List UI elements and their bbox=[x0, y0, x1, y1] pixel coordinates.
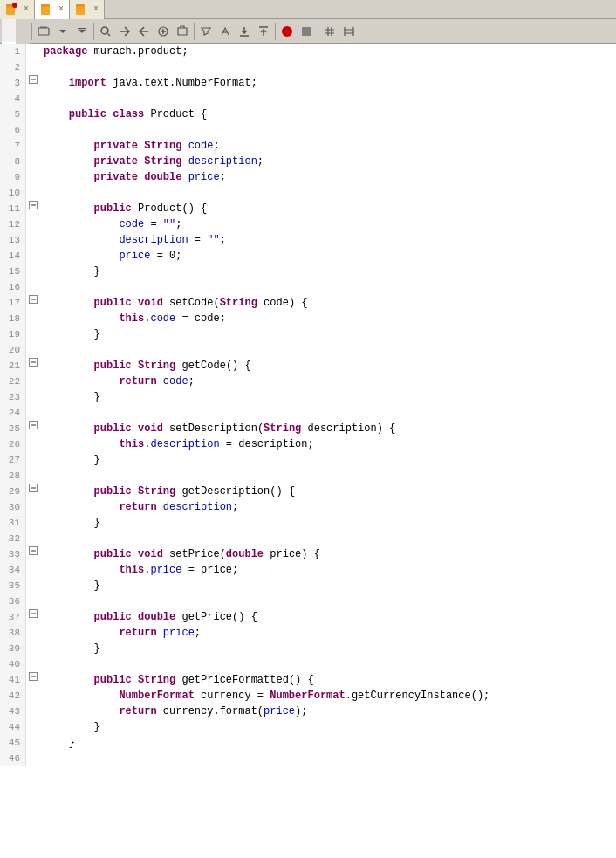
code-content: } bbox=[40, 735, 75, 751]
line-number: 25 bbox=[0, 421, 26, 436]
code-line: 33 public void setPrice(double price) { bbox=[0, 546, 616, 562]
code-line: 18 this.code = code; bbox=[0, 311, 616, 326]
code-content bbox=[40, 656, 50, 672]
tab-product-close[interactable]: × bbox=[58, 4, 64, 14]
fold-marker[interactable] bbox=[26, 672, 40, 681]
code-line: 9 private double price; bbox=[0, 169, 616, 185]
svg-rect-13 bbox=[302, 27, 311, 36]
tab-lineitem[interactable]: × bbox=[70, 0, 105, 19]
fold-marker[interactable] bbox=[26, 609, 40, 618]
line-number: 31 bbox=[0, 515, 26, 531]
code-content: description = ""; bbox=[40, 232, 226, 248]
line-number: 34 bbox=[0, 562, 26, 578]
code-line: 8 private String description; bbox=[0, 154, 616, 169]
toolbar-history-tab[interactable] bbox=[16, 19, 30, 44]
code-line: 27 } bbox=[0, 452, 616, 468]
code-line: 43 return currency.format(price); bbox=[0, 704, 616, 719]
code-content: package murach.product; bbox=[40, 44, 188, 59]
toolbar-source-tab[interactable] bbox=[2, 19, 16, 44]
toolbar-btn-4[interactable] bbox=[115, 22, 134, 41]
line-number: 11 bbox=[0, 201, 26, 216]
line-number: 8 bbox=[0, 154, 26, 169]
toolbar-btn-3[interactable] bbox=[72, 22, 92, 41]
toolbar-sep-5 bbox=[318, 23, 318, 40]
tab-lineitem-close[interactable]: × bbox=[93, 4, 99, 14]
code-content: this.code = code; bbox=[40, 311, 226, 326]
code-line: 14 price = 0; bbox=[0, 248, 616, 264]
code-line: 21 public String getCode() { bbox=[0, 358, 616, 374]
toolbar-btn-5[interactable] bbox=[134, 22, 154, 41]
code-content: } bbox=[40, 452, 100, 468]
code-content: } bbox=[40, 389, 100, 405]
line-number: 42 bbox=[0, 688, 26, 704]
code-content: public void setDescription(String descri… bbox=[40, 421, 395, 436]
tab-equalstest-close[interactable]: × bbox=[24, 4, 29, 14]
line-number: 26 bbox=[0, 436, 26, 452]
tab-product[interactable]: × bbox=[35, 0, 70, 19]
line-number: 5 bbox=[0, 106, 26, 122]
code-editor[interactable]: 1package murach.product;2 3 import java.… bbox=[0, 44, 616, 858]
toolbar-btn-stop[interactable] bbox=[297, 22, 316, 41]
code-line: 17 public void setCode(String code) { bbox=[0, 295, 616, 311]
code-content bbox=[40, 122, 50, 138]
tab-equalstest[interactable]: × bbox=[0, 0, 35, 19]
toolbar bbox=[0, 19, 616, 44]
toolbar-btn-2[interactable] bbox=[53, 22, 72, 41]
toolbar-btn-1[interactable] bbox=[34, 22, 53, 41]
toolbar-btn-run[interactable] bbox=[277, 22, 297, 41]
line-number: 45 bbox=[0, 735, 26, 751]
toolbar-sep-2 bbox=[93, 23, 94, 40]
svg-rect-6 bbox=[76, 4, 85, 7]
code-content bbox=[40, 342, 50, 358]
toolbar-btn-8[interactable] bbox=[196, 22, 216, 41]
toolbar-btn-12[interactable] bbox=[320, 22, 339, 41]
toolbar-sep-3 bbox=[194, 23, 195, 40]
toolbar-btn-13[interactable] bbox=[339, 22, 359, 41]
line-number: 40 bbox=[0, 656, 26, 672]
code-line: 31 } bbox=[0, 515, 616, 531]
code-content: price = 0; bbox=[40, 248, 181, 264]
toolbar-btn-7[interactable] bbox=[173, 22, 192, 41]
toolbar-btn-search[interactable] bbox=[96, 22, 115, 41]
code-line: 29 public String getDescription() { bbox=[0, 484, 616, 499]
code-content: public void setPrice(double price) { bbox=[40, 546, 320, 562]
code-line: 15 } bbox=[0, 264, 616, 279]
line-number: 2 bbox=[0, 59, 26, 75]
svg-rect-4 bbox=[41, 4, 50, 7]
fold-marker[interactable] bbox=[26, 421, 40, 429]
toolbar-btn-6[interactable] bbox=[154, 22, 173, 41]
code-line: 39 } bbox=[0, 641, 616, 656]
line-number: 39 bbox=[0, 641, 26, 656]
code-content: private String code; bbox=[40, 138, 220, 154]
line-number: 16 bbox=[0, 279, 26, 295]
code-content: NumberFormat currency = NumberFormat.get… bbox=[40, 688, 489, 704]
code-content: public String getPriceFormatted() { bbox=[40, 672, 314, 688]
line-number: 13 bbox=[0, 232, 26, 248]
java-product-icon bbox=[40, 3, 52, 16]
fold-marker[interactable] bbox=[26, 75, 40, 84]
java-file-icon bbox=[5, 3, 17, 16]
svg-rect-8 bbox=[78, 28, 86, 29]
fold-marker[interactable] bbox=[26, 484, 40, 492]
code-content: return description; bbox=[40, 499, 238, 515]
toolbar-btn-11[interactable] bbox=[254, 22, 273, 41]
code-content: return code; bbox=[40, 374, 195, 389]
code-content: public void setCode(String code) { bbox=[40, 295, 308, 311]
fold-marker[interactable] bbox=[26, 201, 40, 209]
line-number: 27 bbox=[0, 452, 26, 468]
code-content bbox=[40, 405, 50, 421]
code-content: private String description; bbox=[40, 154, 264, 169]
toolbar-btn-10[interactable] bbox=[235, 22, 254, 41]
fold-marker[interactable] bbox=[26, 295, 40, 304]
line-number: 4 bbox=[0, 91, 26, 106]
code-line: 32 bbox=[0, 531, 616, 546]
code-content: public String getCode() { bbox=[40, 358, 251, 374]
fold-marker[interactable] bbox=[26, 358, 40, 367]
code-line: 30 return description; bbox=[0, 499, 616, 515]
line-number: 20 bbox=[0, 342, 26, 358]
code-content: this.price = price; bbox=[40, 562, 238, 578]
line-number: 22 bbox=[0, 374, 26, 389]
toolbar-btn-9[interactable] bbox=[216, 22, 235, 41]
line-number: 32 bbox=[0, 531, 26, 546]
fold-marker[interactable] bbox=[26, 546, 40, 555]
